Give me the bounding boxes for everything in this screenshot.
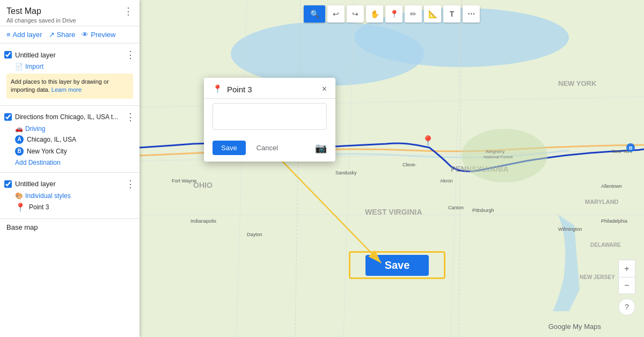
point-dialog: 📍 Point 3 × Save Cancel 📷 [204,78,335,162]
layer-3-header: Untitled layer ⋮ [0,177,140,191]
google-logo: Google My Maps [548,323,601,331]
svg-text:📍: 📍 [421,135,435,148]
marker-tool-button[interactable]: 📍 [385,5,402,23]
styles-label: Individual styles [25,192,71,200]
layer-3-more-button[interactable]: ⋮ [126,179,135,189]
import-icon: 📄 [15,63,23,70]
layer-3-checkbox[interactable] [4,180,12,188]
svg-text:Sandusky: Sandusky [335,170,357,175]
layer-3-title: Untitled layer [15,180,56,188]
dest-a-item: A Chicago, IL, USA [0,134,140,145]
measure-tool-button[interactable]: 📐 [424,5,441,23]
sidebar: Test Map ⋮ All changes saved in Drive ≡ … [0,0,140,337]
search-button[interactable]: 🔍 [304,5,325,23]
dest-a-label: Chicago, IL, USA [27,136,76,143]
individual-styles-link[interactable]: 🎨 Individual styles [0,191,140,201]
zoom-in-button[interactable]: + [618,260,635,277]
base-map-section: Base map [0,219,140,236]
base-map-title: Base map [6,223,133,231]
dest-b-marker: B [15,147,24,156]
dest-b-item: B New York City [0,145,140,157]
import-label: Import [25,63,43,70]
map-more-button[interactable]: ⋮ [123,6,133,16]
dialog-action-buttons: Save Cancel [213,141,284,155]
svg-text:Indianapolis: Indianapolis [191,218,217,224]
share-button[interactable]: ↗ Share [49,31,76,39]
share-label: Share [57,31,76,39]
more-tools-button[interactable]: ⋯ [463,5,480,23]
layer-2-title: Directions from Chicago, IL, USA t... [15,113,118,121]
map-title: Test Map [6,6,41,16]
dialog-close-button[interactable]: × [322,84,327,94]
add-layer-label: Add layer [13,31,42,39]
zoom-controls: + − [618,260,635,294]
redo-button[interactable]: ↪ [347,5,364,23]
add-destination-link[interactable]: Add Destination [0,157,140,168]
driving-label: Driving [25,125,45,133]
hand-tool-button[interactable]: ✋ [366,5,383,23]
dialog-header: 📍 Point 3 × [204,78,335,99]
layer-2-checkbox[interactable] [4,113,12,121]
sidebar-header: Test Map ⋮ All changes saved in Drive [0,0,140,26]
preview-button[interactable]: 👁 Preview [82,31,115,39]
eye-icon: 👁 [82,31,89,39]
help-button[interactable]: ? [618,298,635,316]
svg-text:Cleve-: Cleve- [402,162,416,167]
layer-2-section: Directions from Chicago, IL, USA t... ⋮ … [0,106,140,173]
share-icon: ↗ [49,31,55,39]
layer-1-more-button[interactable]: ⋮ [126,50,135,60]
map-toolbar: 🔍 ↩ ↪ ✋ 📍 ✏ 📐 T ⋯ [304,5,480,23]
svg-text:Wilmington: Wilmington [558,226,582,232]
camera-icon[interactable]: 📷 [315,142,327,154]
svg-text:Canton: Canton [448,205,464,210]
add-layer-button[interactable]: ≡ Add layer [6,31,42,39]
dialog-footer: Save Cancel 📷 [204,136,335,162]
svg-text:B: B [629,145,633,151]
save-highlight-box: Save [349,251,445,279]
dialog-cancel-button[interactable]: Cancel [250,141,284,155]
undo-button[interactable]: ↩ [327,5,345,23]
layer-2-more-button[interactable]: ⋮ [126,112,135,122]
point-label: Point 3 [29,203,49,211]
layers-icon: ≡ [6,31,11,39]
text-tool-button[interactable]: T [443,5,460,23]
map-subtitle: All changes saved in Drive [6,17,133,24]
dialog-save-button[interactable]: Save [213,141,246,155]
svg-text:Philadelphia: Philadelphia [601,218,627,224]
save-highlight-label: Save [365,255,429,276]
svg-text:Allegheny: Allegheny [486,149,504,154]
point-icon: 📍 [15,202,26,213]
map-area[interactable]: MICHIGAN OHIO WEST VIRGINIA PENNSYLVANIA… [140,0,644,337]
driving-link[interactable]: 🚗 Driving [0,124,140,134]
dialog-marker-icon: 📍 [213,84,223,94]
layer-1-header: Untitled layer ⋮ [0,48,140,62]
line-tool-button[interactable]: ✏ [405,5,422,23]
svg-text:Dayton: Dayton [247,232,262,237]
styles-icon: 🎨 [15,192,23,200]
svg-text:Pittsburgh: Pittsburgh [472,208,494,213]
layer-1-title: Untitled layer [15,51,56,59]
svg-text:MARYLAND: MARYLAND [585,199,619,205]
google-logo-text: Google My Maps [548,323,601,331]
layer-1-section: Untitled layer ⋮ 📄 Import Add places to … [0,43,140,106]
dialog-description-input[interactable] [213,103,327,130]
dialog-body [204,99,335,136]
svg-text:Fort Wayne: Fort Wayne [172,178,196,184]
svg-text:DELAWARE: DELAWARE [590,242,621,248]
dialog-title-text: Point 3 [227,85,252,94]
svg-text:National Forest: National Forest [484,155,513,159]
search-icon: 🔍 [310,10,319,18]
learn-more-link[interactable]: Learn more [52,86,82,93]
dest-b-label: New York City [27,148,67,155]
layer-1-checkbox[interactable] [4,51,12,58]
import-link[interactable]: 📄 Import [0,62,140,71]
svg-text:NEW YORK: NEW YORK [558,79,597,87]
dialog-title-row: 📍 Point 3 [213,84,252,94]
svg-text:Allentown: Allentown [601,184,622,189]
layer-3-section: Untitled layer ⋮ 🎨 Individual styles 📍 P… [0,173,140,219]
zoom-out-button[interactable]: − [618,277,635,294]
sidebar-actions: ≡ Add layer ↗ Share 👁 Preview [0,26,140,43]
svg-text:Akron: Akron [440,178,453,184]
info-box: Add places to this layer by drawing or i… [6,74,133,99]
preview-label: Preview [91,31,115,39]
